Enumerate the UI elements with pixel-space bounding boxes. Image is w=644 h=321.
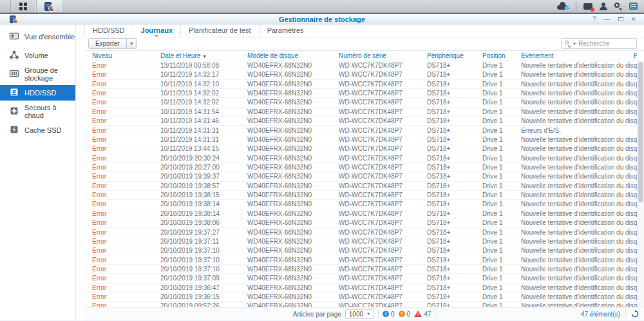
per-page-select[interactable]: 1000 ▼ xyxy=(345,309,374,319)
notification-badge xyxy=(591,8,594,12)
table-row[interactable]: Error10/11/2019 14:32:10WD40EFRX-68N32N0… xyxy=(84,80,644,89)
table-row[interactable]: Error10/11/2019 14:32:17WD40EFRX-68N32N0… xyxy=(84,70,644,79)
table-row[interactable]: Error20/10/2019 19:37:10WD40EFRX-68N32N0… xyxy=(84,265,644,274)
vertical-scrollbar[interactable] xyxy=(637,61,644,307)
cell-datetime: 13/11/2019 00:58:08 xyxy=(153,62,240,69)
cell-serial: WD-WCC7K7DK48P7 xyxy=(331,99,419,106)
table-row[interactable]: Error10/11/2019 14:31:54WD40EFRX-68N32N0… xyxy=(84,108,644,117)
cell-serial: WD-WCC7K7DK48P7 xyxy=(331,155,419,162)
sidebar-item-label: Volume xyxy=(24,52,48,59)
cell-position: Drive 1 xyxy=(475,71,513,78)
sidebar-item-volume[interactable]: Volume xyxy=(0,48,75,63)
table-row[interactable]: Error20/10/2019 19:38:14WD40EFRX-68N32N0… xyxy=(84,209,644,219)
sidebar-item-vue-d-ensemble[interactable]: Vue d'ensemble xyxy=(0,29,75,44)
search-input[interactable]: ▼ Recherche xyxy=(561,38,637,49)
volume-cluster-icon xyxy=(9,50,19,61)
sidebar-item-cache-ssd[interactable]: Cache SSD xyxy=(0,122,75,138)
column-header-niveau[interactable]: Niveau xyxy=(84,52,153,59)
log-table: Error13/11/2019 00:58:08WD40EFRX-68N32N0… xyxy=(84,61,644,307)
tab-planificateur-de-test[interactable]: Planificateur de test xyxy=(181,24,260,37)
cell-position: Drive 1 xyxy=(475,191,513,199)
cell-model: WD40EFRX-68N32N0 xyxy=(240,62,331,69)
column-header-mod-le-de-disque[interactable]: Modèle de disque xyxy=(240,52,331,59)
warning-count-icon[interactable]: ! xyxy=(399,311,405,317)
cell-position: Drive 1 xyxy=(475,62,513,69)
table-row[interactable]: Error20/10/2019 19:37:27WD40EFRX-68N32N0… xyxy=(84,228,644,237)
cell-serial: WD-WCC7K7DK48P7 xyxy=(331,62,419,69)
cell-datetime: 20/10/2019 19:38:57 xyxy=(153,182,240,190)
table-row[interactable]: Error10/11/2019 14:31:31WD40EFRX-68N32N0… xyxy=(84,126,644,135)
table-row[interactable]: Error20/10/2019 19:37:09WD40EFRX-68N32N0… xyxy=(84,274,644,283)
cell-position: Drive 1 xyxy=(475,155,513,162)
cell-event: Nouvelle tentative d'identification du d… xyxy=(513,257,644,264)
sidebar-item-hdd-ssd[interactable]: HDD/SSD xyxy=(0,85,75,101)
per-page-label: Articles par page xyxy=(293,311,341,318)
table-row[interactable]: Error10/11/2019 14:32:02WD40EFRX-68N32N0… xyxy=(84,89,644,98)
table-row[interactable]: Error20/10/2019 19:38:57WD40EFRX-68N32N0… xyxy=(84,182,644,191)
error-count: 47 xyxy=(424,311,431,318)
column-header-position[interactable]: Position xyxy=(475,52,513,59)
sidebar-item-secours-chaud[interactable]: Secours à chaud xyxy=(0,104,75,119)
footer-bar: Articles par page 1000 ▼ i 0 ! 0 47 4 xyxy=(84,307,644,320)
search-icon[interactable] xyxy=(614,3,622,10)
window-titlebar[interactable]: Gestionnaire de stockage ? — ✕ xyxy=(0,14,644,24)
table-row[interactable]: Error10/11/2019 13:44:15WD40EFRX-68N32N0… xyxy=(84,144,644,153)
storage-manager-taskbar-button[interactable] xyxy=(36,0,62,12)
search-filter-arrow[interactable]: ▼ xyxy=(573,42,576,46)
cell-serial: WD-WCC7K7DK48P7 xyxy=(331,108,419,115)
column-header-date-et-heure[interactable]: Date et Heure▼ xyxy=(153,52,240,59)
column-header--v-nement[interactable]: Événement xyxy=(513,52,637,59)
tab-hdd-ssd[interactable]: HDD/SSD xyxy=(84,24,133,37)
cell-position: Drive 1 xyxy=(475,302,513,307)
user-icon[interactable] xyxy=(600,3,607,10)
cell-serial: WD-WCC7K7DK48P7 xyxy=(331,145,419,152)
tab-label: Journaux xyxy=(141,26,173,34)
cell-event: Nouvelle tentative d'identification du d… xyxy=(513,238,644,245)
table-row[interactable]: Error20/10/2019 20:30:24WD40EFRX-68N32N0… xyxy=(84,153,644,162)
notifications-icon[interactable] xyxy=(583,3,592,10)
cell-event: Nouvelle tentative d'identification du d… xyxy=(513,164,644,171)
table-row[interactable]: Error20/10/2019 19:38:15WD40EFRX-68N32N0… xyxy=(84,191,644,200)
cell-level: Error xyxy=(84,145,153,152)
minimize-button[interactable]: — xyxy=(604,16,611,23)
table-row[interactable]: Error20/10/2019 09:57:26WD40EFRX-68N32N0… xyxy=(84,302,644,307)
main-menu-button[interactable] xyxy=(10,0,36,12)
info-count-icon[interactable]: i xyxy=(383,311,389,317)
refresh-icon[interactable] xyxy=(631,310,639,318)
scrollbar-thumb[interactable] xyxy=(638,62,643,202)
column-header-num-ro-de-s-rie[interactable]: Numéro de série xyxy=(331,52,419,59)
cloud-sync-icon[interactable]: ⟲ xyxy=(557,3,569,10)
tab-param-tres[interactable]: Paramètres xyxy=(260,24,312,37)
tab-label: Paramètres xyxy=(267,26,304,34)
error-count-icon[interactable] xyxy=(414,311,422,317)
table-row[interactable]: Error20/10/2019 19:37:10WD40EFRX-68N32N0… xyxy=(84,255,644,264)
table-row[interactable]: Error20/10/2019 19:38:14WD40EFRX-68N32N0… xyxy=(84,200,644,209)
footer-divider xyxy=(625,310,626,318)
table-row[interactable]: Error20/10/2019 19:36:47WD40EFRX-68N32N0… xyxy=(84,284,644,293)
cell-datetime: 10/11/2019 14:32:02 xyxy=(153,99,240,106)
table-row[interactable]: Error20/10/2019 19:37:10WD40EFRX-68N32N0… xyxy=(84,246,644,255)
table-row[interactable]: Error20/10/2019 20:27:00WD40EFRX-68N32N0… xyxy=(84,163,644,172)
table-row[interactable]: Error20/10/2019 19:39:37WD40EFRX-68N32N0… xyxy=(84,172,644,181)
cell-serial: WD-WCC7K7DK48P7 xyxy=(331,90,419,97)
pilot-view-icon[interactable] xyxy=(629,3,638,10)
table-row[interactable]: Error10/11/2019 14:31:31WD40EFRX-68N32N0… xyxy=(84,135,644,144)
table-row[interactable]: Error13/11/2019 00:58:08WD40EFRX-68N32N0… xyxy=(84,61,644,70)
cell-device: DS718+ xyxy=(419,293,475,300)
cell-serial: WD-WCC7K7DK48P7 xyxy=(331,127,419,134)
sidebar-item-groupe-de-stockage[interactable]: Groupe de stockage xyxy=(0,66,75,82)
cell-level: Error xyxy=(84,257,153,264)
export-button[interactable]: Exporter ▼ xyxy=(88,38,137,49)
export-dropdown-arrow[interactable]: ▼ xyxy=(126,39,137,48)
cell-position: Drive 1 xyxy=(475,164,513,171)
column-header-p-riph-rique[interactable]: Périphérique xyxy=(419,52,475,59)
tab-journaux[interactable]: Journaux xyxy=(133,24,182,37)
table-row[interactable]: Error20/10/2019 19:36:15WD40EFRX-68N32N0… xyxy=(84,293,644,302)
table-row[interactable]: Error20/10/2019 19:38:06WD40EFRX-68N32N0… xyxy=(84,219,644,228)
maximize-button[interactable] xyxy=(618,17,623,21)
close-button[interactable]: ✕ xyxy=(631,16,636,23)
table-row[interactable]: Error10/11/2019 14:31:46WD40EFRX-68N32N0… xyxy=(84,117,644,126)
table-row[interactable]: Error20/10/2019 19:37:11WD40EFRX-68N32N0… xyxy=(84,237,644,246)
table-row[interactable]: Error10/11/2019 14:32:02WD40EFRX-68N32N0… xyxy=(84,98,644,107)
help-button[interactable]: ? xyxy=(592,16,596,23)
